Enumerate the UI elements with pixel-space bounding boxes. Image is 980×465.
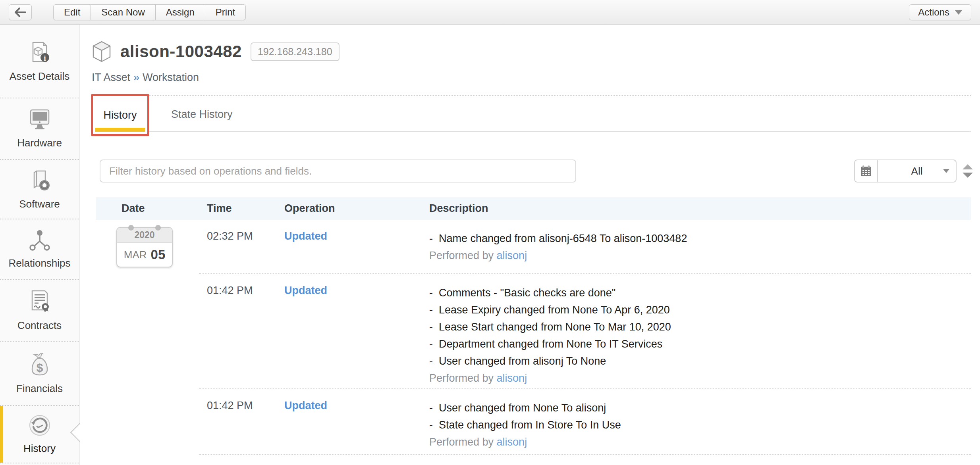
asset-title-row: alison-1003482 192.168.243.180 xyxy=(92,40,340,63)
performed-by-label: Performed by xyxy=(429,250,494,261)
description-cell: Comments - "Basic checks are done" Lease… xyxy=(429,274,971,388)
tab-history[interactable]: History xyxy=(93,96,147,134)
date-card-year: 2020 xyxy=(117,228,172,243)
performed-by-label: Performed by xyxy=(429,372,494,384)
performed-by-user-link[interactable]: alisonj xyxy=(497,436,527,448)
scan-now-button[interactable]: Scan Now xyxy=(91,4,155,20)
history-filter-input[interactable] xyxy=(100,159,576,183)
range-dropdown[interactable]: All xyxy=(877,159,957,183)
performed-by-label: Performed by xyxy=(429,436,494,448)
top-toolbar: Edit Scan Now Assign Print Actions xyxy=(0,0,980,25)
sidebar-item-software[interactable]: Software xyxy=(0,160,79,219)
operation-link[interactable]: Updated xyxy=(284,284,327,296)
sidebar-item-asset-details[interactable]: i Asset Details xyxy=(0,25,79,98)
asset-ip-badge: 192.168.243.180 xyxy=(251,42,340,61)
tab-label: History xyxy=(103,109,137,121)
date-card-month: MAR xyxy=(124,249,147,261)
sidebar-item-relationships[interactable]: Relationships xyxy=(0,219,79,280)
tab-state-history[interactable]: State History xyxy=(171,96,233,133)
description-cell: User changed from None To alisonj State … xyxy=(429,389,971,454)
time-cell: 01:42 PM xyxy=(207,274,284,388)
asset-details-icon: i xyxy=(27,40,52,65)
time-cell: 02:32 PM xyxy=(207,220,284,273)
change-line: Department changed from None To IT Servi… xyxy=(429,336,971,353)
date-card: 2020 MAR 05 xyxy=(116,227,173,267)
print-button[interactable]: Print xyxy=(205,4,246,20)
relationships-icon xyxy=(28,229,51,252)
breadcrumb-parent: IT Asset xyxy=(92,71,130,83)
asset-sidebar: i Asset Details Hardware Software xyxy=(0,25,79,465)
caret-down-icon xyxy=(943,169,949,173)
tab-bar: History State History xyxy=(92,95,971,132)
back-arrow-icon xyxy=(14,8,26,17)
history-row: 01:42 PM Updated User changed from None … xyxy=(96,389,971,454)
change-line: State changed from In Store To In Use xyxy=(429,417,971,434)
svg-text:i: i xyxy=(44,54,46,62)
sidebar-item-hardware[interactable]: Hardware xyxy=(0,98,79,160)
actions-label: Actions xyxy=(918,7,949,18)
change-line: Comments - "Basic checks are done" xyxy=(429,284,971,302)
caret-down-icon xyxy=(955,10,962,15)
performed-by-user-link[interactable]: alisonj xyxy=(497,250,527,261)
column-header-operation: Operation xyxy=(284,202,429,215)
annotation-box: History xyxy=(91,94,149,136)
active-tab-underline xyxy=(95,128,145,132)
sidebar-item-label: Relationships xyxy=(8,257,70,269)
row-separator xyxy=(199,454,971,455)
change-line: Lease Start changed from None To Mar 10,… xyxy=(429,319,971,336)
sidebar-item-label: Contracts xyxy=(17,319,62,332)
financials-icon: $ xyxy=(28,352,52,377)
asset-name: alison-1003482 xyxy=(120,42,242,61)
toolbar-button-group: Edit Scan Now Assign Print xyxy=(53,4,246,20)
sidebar-item-label: History xyxy=(23,442,56,455)
actions-dropdown-button[interactable]: Actions xyxy=(909,4,971,20)
operation-link[interactable]: Updated xyxy=(284,400,327,411)
svg-text:$: $ xyxy=(36,361,43,374)
calendar-filter-button[interactable] xyxy=(854,159,877,183)
date-card-day: 05 xyxy=(151,247,166,262)
time-cell: 01:42 PM xyxy=(207,389,284,454)
column-header-time: Time xyxy=(207,202,284,215)
sidebar-item-label: Hardware xyxy=(17,137,62,149)
change-line: Name changed from alisonj-6548 To alison… xyxy=(429,230,971,247)
date-range-controls: All xyxy=(854,159,957,183)
breadcrumb-separator-icon: » xyxy=(130,71,143,83)
sidebar-item-label: Financials xyxy=(16,382,63,395)
history-table-header: Date Time Operation Description xyxy=(96,197,971,220)
history-icon xyxy=(28,414,51,437)
sidebar-item-label: Software xyxy=(19,198,60,210)
active-item-indicator xyxy=(0,406,3,463)
sort-toggle[interactable] xyxy=(962,164,973,178)
breadcrumb-child: Workstation xyxy=(143,71,199,83)
calendar-ring xyxy=(128,225,134,231)
description-cell: Name changed from alisonj-6548 To alison… xyxy=(429,220,971,273)
edit-button[interactable]: Edit xyxy=(53,4,91,20)
calendar-ring xyxy=(155,225,161,231)
history-row: 2020 MAR 05 02:32 PM Updated Name change… xyxy=(96,220,971,273)
breadcrumb: IT Asset»Workstation xyxy=(92,71,199,84)
back-button[interactable] xyxy=(9,4,32,20)
sort-up-down-icon xyxy=(962,164,973,178)
operation-link[interactable]: Updated xyxy=(284,230,327,242)
column-header-date: Date xyxy=(96,202,207,215)
sidebar-item-history[interactable]: History xyxy=(0,406,79,463)
contracts-icon xyxy=(27,289,52,314)
hardware-icon xyxy=(27,108,52,131)
asset-cube-icon xyxy=(92,40,112,63)
change-line: User changed from None To alisonj xyxy=(429,400,971,417)
date-cell xyxy=(96,389,207,454)
software-icon xyxy=(28,169,52,192)
history-row: 01:42 PM Updated Comments - "Basic check… xyxy=(96,274,971,388)
column-header-description: Description xyxy=(429,202,971,215)
main-content: alison-1003482 192.168.243.180 IT Asset»… xyxy=(80,25,980,465)
date-cell xyxy=(96,274,207,388)
history-rows: 2020 MAR 05 02:32 PM Updated Name change… xyxy=(96,220,971,455)
sidebar-item-label: Asset Details xyxy=(10,70,70,83)
calendar-icon xyxy=(860,165,872,177)
sidebar-item-financials[interactable]: $ Financials xyxy=(0,342,79,406)
performed-by-user-link[interactable]: alisonj xyxy=(497,372,527,384)
change-line: User changed from alisonj To None xyxy=(429,353,971,370)
change-line: Lease Expiry changed from None To Apr 6,… xyxy=(429,302,971,319)
sidebar-item-contracts[interactable]: Contracts xyxy=(0,280,79,342)
assign-button[interactable]: Assign xyxy=(156,4,205,20)
